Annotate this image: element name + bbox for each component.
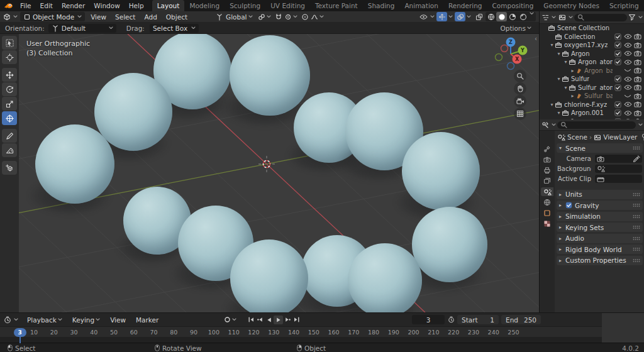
panel-gravity[interactable]: ▸Gravity [557, 201, 643, 210]
options-dropdown[interactable]: Options [500, 25, 531, 32]
editor-type-outliner-icon[interactable] [541, 14, 549, 21]
atom-sphere[interactable] [402, 132, 480, 210]
tool-scale-button[interactable] [2, 97, 17, 111]
menu-edit[interactable]: Edit [36, 0, 57, 11]
visibility-dropdown[interactable] [418, 12, 435, 21]
atom-sphere[interactable] [230, 35, 310, 116]
drag-dots-icon[interactable] [633, 203, 640, 207]
drag-dots-icon[interactable] [633, 192, 640, 197]
camera-restrict-icon[interactable] [634, 84, 641, 91]
tool-transform-button[interactable] [2, 111, 17, 125]
mode-dropdown[interactable]: Object Mode [20, 12, 85, 21]
checkbox-icon[interactable] [614, 101, 621, 108]
frame-end-field[interactable]: End 250 [501, 315, 541, 324]
timeline-menu-marker[interactable]: Marker [131, 314, 164, 326]
outliner-row[interactable]: ▾Sulfur [540, 75, 644, 84]
disclosure-down-icon[interactable]: ▾ [556, 51, 562, 57]
properties-tab-tool[interactable] [541, 145, 553, 153]
scene-panel-header[interactable]: ▾ Scene [557, 143, 643, 153]
eye-icon[interactable] [624, 110, 632, 116]
outliner-row[interactable]: Scene Collection [540, 24, 644, 33]
tool-move-button[interactable] [2, 68, 17, 82]
checkbox-icon[interactable] [614, 41, 621, 48]
camera-restrict-icon[interactable] [634, 42, 641, 48]
eye-closed-icon[interactable] [624, 94, 631, 99]
editor-type-3dview-icon[interactable] [3, 13, 11, 21]
camera-restrict-icon[interactable] [634, 67, 641, 74]
show-gizmo-toggle[interactable] [436, 12, 453, 21]
orientation-dropdown[interactable]: Global [216, 13, 253, 21]
outliner-row[interactable]: Collection [540, 33, 644, 41]
properties-tab-scene[interactable] [541, 187, 553, 196]
timeline-menu-view[interactable]: View [105, 314, 131, 326]
outliner-row[interactable]: ▾chlorine-F.xyz [540, 101, 644, 109]
editor-type-properties-icon[interactable] [541, 121, 549, 129]
sidebar-toggle-icon[interactable]: ‹ [535, 35, 537, 42]
camera-restrict-icon[interactable] [634, 33, 641, 40]
blender-logo-icon[interactable] [4, 3, 13, 9]
tab-layout[interactable]: Layout [152, 0, 185, 11]
eye-icon[interactable] [624, 59, 632, 65]
drag-dots-icon[interactable] [633, 258, 640, 263]
tab-scripting[interactable]: Scripting [604, 0, 644, 11]
tab-rendering[interactable]: Rendering [443, 0, 487, 11]
panel-keying-sets[interactable]: ▸Keying Sets [557, 223, 643, 232]
active-clipfield[interactable] [595, 175, 642, 183]
properties-tab-world[interactable] [541, 198, 553, 207]
pan-hand-button[interactable] [514, 82, 526, 95]
drag-dots-icon[interactable] [633, 236, 640, 241]
tool-rotate-button[interactable] [2, 82, 17, 96]
eye-icon[interactable] [624, 42, 632, 48]
viewport-menu-add[interactable]: Add [140, 11, 161, 23]
menu-file[interactable]: File [16, 0, 36, 11]
tool-select-box-button[interactable] [2, 36, 17, 50]
tool-add-cube-button[interactable] [2, 161, 17, 175]
panel-custom-properties[interactable]: ▸Custom Properties [557, 256, 643, 265]
checkbox-checked-icon[interactable] [565, 202, 572, 209]
outliner-search-input[interactable] [574, 14, 627, 21]
checkbox-icon[interactable] [614, 50, 621, 57]
shading-material-button[interactable] [507, 12, 518, 21]
disclosure-right-icon[interactable]: ▸ [570, 68, 575, 74]
eyedropper-icon[interactable] [633, 155, 640, 163]
snap-pivot-dropdown[interactable] [258, 13, 271, 21]
disclosure-down-icon[interactable]: ▾ [556, 110, 562, 116]
outliner-row[interactable]: ▾Argon_atom [540, 58, 644, 67]
atom-sphere[interactable] [35, 124, 114, 204]
drag-dots-icon[interactable] [633, 247, 640, 251]
menu-render[interactable]: Render [57, 0, 89, 11]
ortho-grid-button[interactable] [514, 107, 526, 120]
camera-restrict-icon[interactable] [634, 110, 641, 116]
properties-tab-output[interactable] [541, 166, 553, 175]
outliner-row[interactable]: ▾Argon [540, 50, 644, 58]
properties-tab-render[interactable] [541, 155, 553, 164]
atom-sphere[interactable] [412, 207, 487, 282]
shading-solid-button[interactable] [496, 12, 507, 21]
viewport-menu-view[interactable]: View [86, 11, 111, 23]
timeline-ruler[interactable]: 3 10203040506070809010011012013014015016… [0, 326, 602, 337]
tab-texture-paint[interactable]: Texture Paint [310, 0, 363, 11]
keying-clock-icon[interactable] [448, 316, 455, 323]
properties-search-input[interactable] [557, 121, 636, 129]
checkbox-icon[interactable] [614, 84, 621, 91]
eye-icon[interactable] [624, 101, 632, 107]
checkbox-icon[interactable] [614, 33, 621, 40]
atom-sphere[interactable] [348, 243, 422, 312]
checkbox-icon[interactable] [614, 58, 621, 65]
atom-sphere[interactable] [230, 239, 308, 312]
orientation-default-dropdown[interactable]: Default [48, 24, 116, 33]
eye-closed-icon[interactable] [624, 68, 631, 73]
eye-icon[interactable] [624, 33, 632, 40]
camerafield[interactable] [595, 155, 642, 163]
background-field[interactable] [595, 165, 642, 173]
eye-icon[interactable] [624, 76, 632, 82]
drag-dots-icon[interactable] [633, 214, 640, 219]
tool-annotate-button[interactable] [2, 129, 17, 143]
checkbox-icon[interactable] [614, 109, 621, 116]
tab-shading[interactable]: Shading [363, 0, 400, 11]
outliner-row[interactable]: ▸Sulfur_ball.0C [540, 92, 644, 101]
play-button[interactable] [274, 316, 283, 324]
drag-dropdown[interactable]: Select Box [150, 24, 199, 33]
panel-simulation[interactable]: ▸Simulation [557, 212, 643, 221]
outliner-row[interactable]: ▾Sulfur_atom [540, 84, 644, 92]
